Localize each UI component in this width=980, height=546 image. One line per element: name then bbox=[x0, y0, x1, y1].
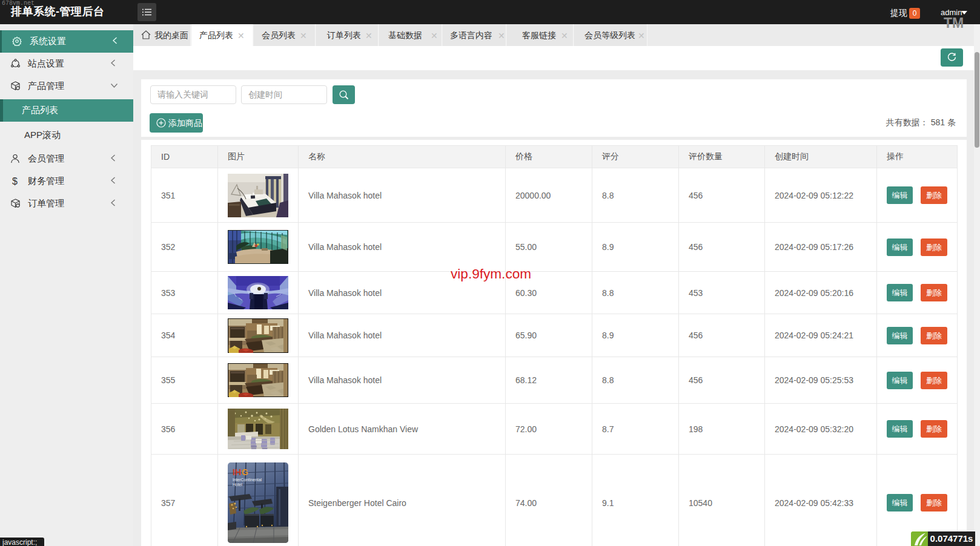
svg-text:InterContinental: InterContinental bbox=[233, 478, 262, 482]
svg-text:Hotel: Hotel bbox=[233, 482, 242, 487]
svg-text:$: $ bbox=[12, 176, 18, 186]
svg-text:G: G bbox=[242, 467, 248, 477]
svg-text:IH: IH bbox=[233, 467, 241, 477]
